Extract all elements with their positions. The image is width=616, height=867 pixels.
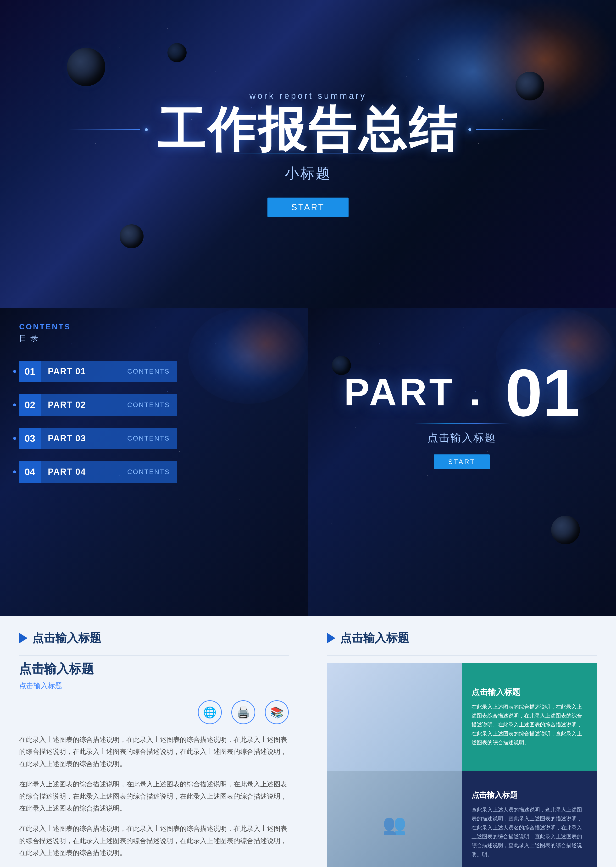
contents-item-3: 03 PART 03 CONTENTS bbox=[19, 428, 187, 449]
contents-part-2: PART 02 bbox=[48, 400, 86, 410]
hero-main-title: 工作报告总结 bbox=[157, 106, 459, 154]
part-number: 01 bbox=[505, 363, 580, 423]
hero-content: work report summary 工作报告总结 小标题 START bbox=[68, 91, 548, 217]
start-button[interactable]: START bbox=[267, 198, 349, 217]
slide-1: work report summary 工作报告总结 小标题 START bbox=[0, 0, 616, 308]
contents-item-inner-4[interactable]: 04 PART 04 CONTENTS bbox=[19, 461, 177, 483]
line-left bbox=[68, 129, 140, 130]
part-display-row: PART． 01 bbox=[344, 363, 580, 423]
icon-book: 📚 bbox=[265, 700, 289, 724]
contents-part-1: PART 01 bbox=[48, 366, 86, 377]
contents-item-inner-3[interactable]: 03 PART 03 CONTENTS bbox=[19, 428, 177, 449]
contents-list: 01 PART 01 CONTENTS 02 PART 02 CONTENTS bbox=[19, 361, 187, 495]
contents-item-2: 02 PART 02 CONTENTS bbox=[19, 394, 187, 416]
hero-subtitle-en: work report summary bbox=[68, 91, 548, 101]
line-right bbox=[476, 129, 548, 130]
body-text-3l-2: 在此录入上述图表的综合描述说明，在此录入上述图表的综合描述说明，在此录入上述图表… bbox=[19, 778, 289, 814]
body-text-3l-1: 在此录入上述图表的综合描述说明，在此录入上述图表的综合描述说明，在此录入上述图表… bbox=[19, 734, 289, 770]
row-3: 点击输入标题 点击输入标题 点击输入标题 🌐 🖨️ 📚 在此录入上述图表的综合描… bbox=[0, 616, 616, 867]
contents-bar-3: PART 03 CONTENTS bbox=[41, 428, 177, 449]
content-sub-small-3l: 点击输入标题 bbox=[19, 681, 289, 691]
part01-start-button[interactable]: START bbox=[434, 454, 490, 469]
dark-card-3r: 点击输入标题 查此录入上述人员的描述说明，查此录入上述图表的描述说明，查此录入上… bbox=[462, 771, 597, 867]
contents-num-4: 04 bbox=[19, 461, 41, 483]
contents-item-1: 01 PART 01 CONTENTS bbox=[19, 361, 187, 382]
planet-r1 bbox=[551, 516, 580, 544]
contents-word-1: CONTENTS bbox=[127, 368, 170, 375]
contents-num-2: 02 bbox=[19, 394, 41, 416]
content-subtitle-3l: 点击输入标题 bbox=[19, 661, 289, 677]
section-title-3r: 点击输入标题 bbox=[340, 630, 409, 646]
slide3l-header: 点击输入标题 bbox=[0, 616, 308, 655]
slide-part01: PART． 01 点击输入标题 START bbox=[308, 308, 616, 616]
contents-num-1: 01 bbox=[19, 361, 41, 382]
contents-header: CONTENTS 目 录 bbox=[19, 322, 71, 344]
contents-cn: 目 录 bbox=[19, 333, 71, 344]
contents-bar-1: PART 01 CONTENTS bbox=[41, 361, 177, 382]
nebula-s2 bbox=[224, 308, 308, 380]
part01-click-input: 点击输入标题 bbox=[344, 431, 580, 445]
icon-globe: 🌐 bbox=[198, 700, 222, 724]
photo-icon-bl: 👥 bbox=[382, 813, 407, 836]
photo-bottomleft: 👥 bbox=[327, 771, 462, 867]
planet-4 bbox=[119, 225, 143, 248]
section-title-3l: 点击输入标题 bbox=[32, 630, 101, 646]
contents-word-4: CONTENTS bbox=[127, 468, 170, 476]
contents-dot-3 bbox=[13, 437, 16, 440]
planet-3 bbox=[167, 43, 187, 62]
teal-card-3r: 点击输入标题 在此录入上述图表的综合描述说明，在此录入上述图表综合描述说明，在此… bbox=[462, 663, 597, 771]
row-2: CONTENTS 目 录 01 PART 01 CONTENTS 02 bbox=[0, 308, 616, 616]
arrow-icon-3r bbox=[327, 633, 335, 643]
teal-card-text: 在此录入上述图表的综合描述说明，在此录入上述图表综合描述说明，在此录入上述图表的… bbox=[471, 702, 587, 747]
planet-1 bbox=[67, 48, 105, 86]
glow-dot-right bbox=[468, 128, 471, 131]
title-decoration: 工作报告总结 bbox=[68, 106, 548, 154]
slide-3-left: 点击输入标题 点击输入标题 点击输入标题 🌐 🖨️ 📚 在此录入上述图表的综合描… bbox=[0, 616, 308, 867]
contents-part-3: PART 03 bbox=[48, 433, 86, 443]
photo-grid-3r: 点击输入标题 在此录入上述图表的综合描述说明，在此录入上述图表综合描述说明，在此… bbox=[327, 663, 597, 867]
contents-label: CONTENTS bbox=[19, 322, 71, 331]
part-word: PART． bbox=[344, 367, 496, 419]
slide-contents: CONTENTS 目 录 01 PART 01 CONTENTS 02 bbox=[0, 308, 308, 616]
part01-underline bbox=[414, 423, 510, 424]
contents-dot-2 bbox=[13, 404, 16, 406]
contents-num-3: 03 bbox=[19, 428, 41, 449]
part01-content: PART． 01 点击输入标题 START bbox=[344, 363, 580, 469]
body-text-3l-3: 在此录入上述图表的综合描述说明，在此录入上述图表的综合描述说明，在此录入上述图表… bbox=[19, 823, 289, 859]
contents-dot-4 bbox=[13, 470, 16, 473]
slide3r-header: 点击输入标题 bbox=[308, 616, 616, 655]
hero-subtitle-cn: 小标题 bbox=[68, 164, 548, 183]
content-body-3l: 点击输入标题 点击输入标题 🌐 🖨️ 📚 在此录入上述图表的综合描述说明，在此录… bbox=[0, 656, 308, 867]
glow-dot-left bbox=[145, 128, 148, 131]
icon-row-3l: 🌐 🖨️ 📚 bbox=[19, 700, 289, 724]
divider-3r bbox=[327, 655, 597, 656]
icon-print: 🖨️ bbox=[231, 700, 255, 724]
teal-card-title: 点击输入标题 bbox=[471, 687, 587, 698]
contents-bar-2: PART 02 CONTENTS bbox=[41, 394, 177, 416]
photo-topleft bbox=[327, 663, 462, 771]
contents-item-inner-2[interactable]: 02 PART 02 CONTENTS bbox=[19, 394, 177, 416]
contents-bar-4: PART 04 CONTENTS bbox=[41, 461, 177, 483]
contents-item-4: 04 PART 04 CONTENTS bbox=[19, 461, 187, 483]
contents-word-2: CONTENTS bbox=[127, 401, 170, 409]
slide-3-right: 点击输入标题 点击输入标题 在此录入上述图表的综合描述说明，在此录入上述图表综合… bbox=[308, 616, 616, 867]
arrow-icon-3l bbox=[19, 633, 28, 643]
dark-card-text: 查此录入上述人员的描述说明，查此录入上述图表的描述说明，查此录入上述图表的描述说… bbox=[471, 805, 587, 859]
contents-dot-1 bbox=[13, 370, 16, 373]
contents-word-3: CONTENTS bbox=[127, 435, 170, 442]
dark-card-title: 点击输入标题 bbox=[471, 790, 587, 801]
contents-item-inner-1[interactable]: 01 PART 01 CONTENTS bbox=[19, 361, 177, 382]
contents-part-4: PART 04 bbox=[48, 467, 86, 477]
